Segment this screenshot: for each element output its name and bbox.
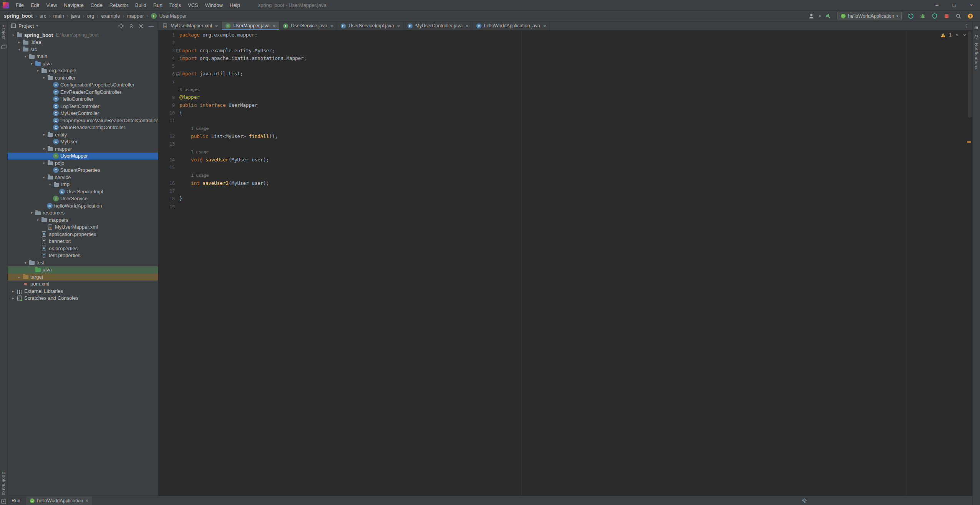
editor-tab[interactable]: CMyUserController.java× <box>404 22 473 30</box>
project-view-selector[interactable]: Project <box>18 23 34 29</box>
build-hammer-button[interactable] <box>824 12 832 20</box>
fold-icon[interactable]: − <box>176 49 180 52</box>
menu-item-refactor[interactable]: Refactor <box>106 0 132 10</box>
panel-options-button[interactable] <box>137 22 145 30</box>
tree-item[interactable]: ▸Scratches and Consoles <box>8 295 158 302</box>
tree-item[interactable]: CEnvReaderConfigController <box>8 88 158 96</box>
search-everywhere-button[interactable] <box>954 12 963 20</box>
menu-item-run[interactable]: Run <box>150 0 166 10</box>
chevron-down-icon[interactable]: ▾ <box>41 147 47 151</box>
code-line[interactable]: 10{ <box>158 109 967 117</box>
code-line[interactable]: 15 <box>158 164 967 171</box>
menu-item-tools[interactable]: Tools <box>166 0 184 10</box>
rerun-button[interactable] <box>907 12 915 20</box>
tree-item[interactable]: ▾mappers <box>8 216 158 224</box>
editor-tab[interactable]: ChelloWorldApplication.java× <box>473 22 550 30</box>
breadcrumb-item[interactable]: example <box>101 13 120 19</box>
chevron-down-icon[interactable]: ▾ <box>41 76 47 80</box>
run-tool-window-icon[interactable] <box>1 499 6 504</box>
tree-item[interactable]: CStudentProperties <box>8 167 158 174</box>
chevron-down-icon[interactable]: ▾ <box>35 218 41 222</box>
code-line[interactable]: 3−import org.example.entity.MyUser; <box>158 47 967 55</box>
code-line[interactable]: 11 <box>158 117 967 125</box>
code-line[interactable]: 1 usage <box>158 171 967 179</box>
menu-item-help[interactable]: Help <box>226 0 244 10</box>
tree-item[interactable]: CConfigurationPropertiesController <box>8 81 158 89</box>
tree-item[interactable]: CLogTestController <box>8 103 158 110</box>
menu-item-edit[interactable]: Edit <box>27 0 43 10</box>
menu-item-view[interactable]: View <box>43 0 60 10</box>
menu-item-file[interactable]: File <box>12 0 27 10</box>
maven-icon[interactable]: m <box>974 25 979 30</box>
code-line[interactable]: 1 usage <box>158 125 967 133</box>
inspection-widget[interactable]: 1 <box>940 32 967 38</box>
tool-stripe-notifications-button[interactable]: Notifications <box>974 43 979 70</box>
hide-panel-button[interactable]: — <box>147 22 155 30</box>
code-line[interactable]: 13 <box>158 140 967 148</box>
breadcrumb-item[interactable]: mapper <box>127 13 144 19</box>
code-line[interactable]: 8@Mapper <box>158 93 967 101</box>
menu-item-navigate[interactable]: Navigate <box>60 0 87 10</box>
tree-item[interactable]: ▾entity <box>8 131 158 138</box>
editor-tab[interactable]: IUserService.java× <box>279 22 337 30</box>
user-menu-button[interactable] <box>807 12 816 20</box>
tree-item[interactable]: ▾java <box>8 60 158 67</box>
tree-item[interactable]: mpom.xml <box>8 281 158 288</box>
tree-item[interactable]: ▾org.example <box>8 67 158 75</box>
select-opened-file-button[interactable] <box>117 22 125 30</box>
editor-tab[interactable]: IUserMapper.java× <box>222 22 279 30</box>
chevron-down-icon[interactable]: ▾ <box>41 133 47 137</box>
chevron-down-icon[interactable] <box>962 33 967 37</box>
tree-item[interactable]: IUserService <box>8 195 158 203</box>
minimize-icon[interactable]: – <box>928 0 945 10</box>
code-line[interactable]: 19 <box>158 203 967 211</box>
code-line[interactable]: 1package org.example.mapper; <box>158 31 967 39</box>
chevron-down-icon[interactable]: ▾ <box>47 182 53 186</box>
code-line[interactable]: 18} <box>158 195 967 203</box>
coverage-button[interactable] <box>930 12 939 20</box>
tree-item[interactable]: ▾pojo <box>8 159 158 167</box>
editor[interactable]: 1package org.example.mapper;23−import or… <box>158 30 972 496</box>
close-tab-icon[interactable]: × <box>466 23 469 29</box>
tree-item[interactable]: CMyUser <box>8 138 158 146</box>
tool-stripe-project-button[interactable]: Project <box>2 25 6 40</box>
tree-item[interactable]: CPropertySourceValueReaderOhterControlle… <box>8 117 158 124</box>
menu-item-build[interactable]: Build <box>132 0 150 10</box>
fold-icon[interactable]: − <box>176 72 180 76</box>
tree-item[interactable]: ▾service <box>8 174 158 181</box>
tree-item[interactable]: CHelloController <box>8 96 158 103</box>
close-tab-icon[interactable]: × <box>330 23 333 29</box>
notifications-bell-icon[interactable] <box>974 35 979 40</box>
code-line[interactable]: 1 usage <box>158 148 967 156</box>
scrollbar-thumb[interactable] <box>968 31 972 118</box>
breadcrumb-item[interactable]: spring_boot <box>4 13 33 19</box>
run-settings-button[interactable] <box>802 498 807 503</box>
code-line[interactable]: 17 <box>158 187 967 195</box>
debug-button[interactable] <box>919 12 927 20</box>
chevron-down-icon[interactable]: ▾ <box>35 68 41 73</box>
tree-item[interactable]: ▾spring_bootE:\learn\spring_boot <box>8 32 158 39</box>
breadcrumb-item[interactable]: java <box>71 13 80 19</box>
tree-item[interactable]: CValueReaderConfigController <box>8 124 158 131</box>
tree-item[interactable]: banner.txt <box>8 238 158 245</box>
code-line[interactable]: 14 void saveUser(MyUser user); <box>158 156 967 164</box>
tree-item[interactable]: ok.properties <box>8 245 158 252</box>
code-line[interactable]: 9public interface UserMapper <box>158 101 967 109</box>
chevron-down-icon[interactable]: ▾ <box>16 47 22 51</box>
close-tab-icon[interactable]: × <box>85 498 88 503</box>
tree-item[interactable]: ▾test <box>8 259 158 266</box>
stop-button[interactable] <box>942 12 951 20</box>
tree-item[interactable]: CUserServiceImpl <box>8 188 158 195</box>
tree-item[interactable]: ▸target <box>8 273 158 281</box>
chevron-down-icon[interactable]: ▾ <box>22 54 28 58</box>
code-line[interactable]: 3 usages <box>158 86 967 93</box>
folders-icon[interactable] <box>1 44 7 50</box>
tree-item[interactable]: MyUserMapper.xml <box>8 224 158 231</box>
close-tab-icon[interactable]: × <box>215 23 218 29</box>
breadcrumb-item[interactable]: main <box>53 13 64 19</box>
breadcrumb-item[interactable]: org <box>87 13 95 19</box>
tab-options-button[interactable]: ⋮ <box>961 22 972 30</box>
maximize-icon[interactable]: □ <box>945 0 963 10</box>
tree-item[interactable]: ▾mapper <box>8 145 158 153</box>
editor-tab[interactable]: MyUserMapper.xml× <box>158 22 222 30</box>
